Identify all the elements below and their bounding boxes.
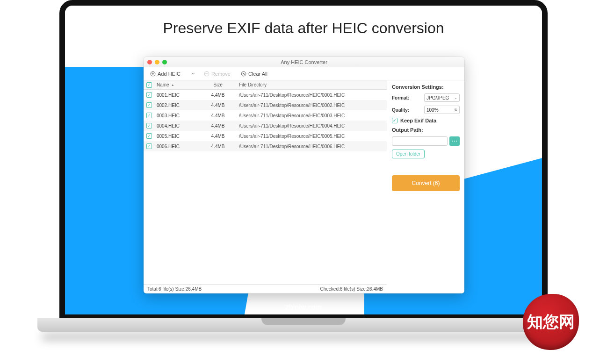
laptop-screen: Preserve EXIF data after HEIC conversion… — [59, 0, 548, 320]
file-directory: /Users/air-711/Desktop/Resource/HEIC/000… — [234, 144, 387, 149]
file-directory: /Users/air-711/Desktop/Resource/HEIC/000… — [234, 134, 387, 139]
chevron-down-icon: ⌄ — [454, 96, 457, 100]
quality-select[interactable]: 100% ⇅ — [424, 106, 460, 114]
row-checkbox[interactable]: ✓ — [146, 133, 152, 139]
output-path-input[interactable] — [392, 136, 448, 146]
file-size: 4.4MB — [202, 144, 234, 149]
file-directory: /Users/air-711/Desktop/Resource/HEIC/000… — [234, 103, 387, 108]
table-row[interactable]: ✓0005.HEIC4.4MB/Users/air-711/Desktop/Re… — [144, 131, 387, 141]
remove-button: Remove — [201, 70, 233, 78]
table-row[interactable]: ✓0006.HEIC4.4MB/Users/air-711/Desktop/Re… — [144, 141, 387, 151]
row-checkbox[interactable]: ✓ — [146, 123, 152, 128]
file-panel: ✓ Name ▲ Size File Directory ✓0001.HEIC4… — [144, 80, 387, 293]
file-name: 0005.HEIC — [155, 134, 202, 139]
row-checkbox[interactable]: ✓ — [146, 143, 152, 149]
clear-all-button[interactable]: Clear All — [238, 70, 270, 78]
window-title: Any HEIC Converter — [144, 59, 464, 65]
keep-exif-checkbox[interactable]: ✓ — [392, 118, 397, 123]
file-name: 0006.HEIC — [155, 144, 202, 149]
column-name[interactable]: Name ▲ — [155, 82, 202, 87]
watermark-logo: 知您网 — [523, 294, 579, 350]
x-circle-icon — [241, 71, 246, 77]
open-folder-button[interactable]: Open folder — [392, 150, 425, 158]
browse-button[interactable]: ⋯ — [449, 136, 460, 146]
file-size: 4.4MB — [202, 103, 234, 108]
plus-circle-icon — [150, 71, 156, 77]
file-size: 4.4MB — [202, 123, 234, 128]
add-heic-button[interactable]: Add HEIC — [147, 70, 183, 78]
status-total: Total:6 file(s) Size:26.4MB — [147, 286, 202, 292]
table-row[interactable]: ✓0002.HEIC4.4MB/Users/air-711/Desktop/Re… — [144, 100, 387, 110]
add-heic-label: Add HEIC — [158, 71, 181, 77]
ellipsis-icon: ⋯ — [452, 138, 457, 144]
file-size: 4.4MB — [202, 113, 234, 118]
select-all-checkbox[interactable]: ✓ — [146, 82, 152, 88]
file-name: 0002.HEIC — [155, 103, 202, 108]
quality-row: Quality: 100% ⇅ — [392, 106, 460, 114]
settings-title: Conversion Settings: — [392, 84, 460, 90]
output-path-row: ⋯ — [392, 136, 460, 146]
table-body: ✓0001.HEIC4.4MB/Users/air-711/Desktop/Re… — [144, 90, 387, 284]
remove-label: Remove — [211, 71, 231, 77]
stepper-icon: ⇅ — [454, 108, 457, 112]
table-row[interactable]: ✓0001.HEIC4.4MB/Users/air-711/Desktop/Re… — [144, 90, 387, 100]
file-size: 4.4MB — [202, 134, 234, 139]
sort-caret-icon: ▲ — [171, 83, 174, 86]
format-label: Format: — [392, 95, 409, 100]
column-directory[interactable]: File Directory — [234, 82, 387, 87]
toolbar: Add HEIC Remove Clear All — [144, 67, 464, 80]
format-row: Format: JPG/JPEG ⌄ — [392, 93, 460, 102]
file-directory: /Users/air-711/Desktop/Resource/HEIC/000… — [234, 123, 387, 128]
column-size[interactable]: Size — [202, 82, 234, 87]
content-split: ✓ Name ▲ Size File Directory ✓0001.HEIC4… — [144, 80, 464, 293]
minus-circle-icon — [204, 71, 210, 77]
add-heic-dropdown[interactable] — [190, 71, 196, 77]
status-checked: Checked:6 file(s) Size:26.4MB — [320, 286, 383, 292]
status-bar: Total:6 file(s) Size:26.4MB Checked:6 fi… — [144, 284, 387, 293]
row-checkbox[interactable]: ✓ — [146, 113, 152, 118]
row-checkbox[interactable]: ✓ — [146, 102, 152, 108]
row-checkbox[interactable]: ✓ — [146, 92, 152, 98]
page-headline: Preserve EXIF data after HEIC conversion — [65, 20, 542, 37]
file-name: 0001.HEIC — [155, 93, 202, 98]
file-size: 4.4MB — [202, 93, 234, 98]
output-path-label: Output Path: — [392, 127, 460, 133]
file-directory: /Users/air-711/Desktop/Resource/HEIC/000… — [234, 93, 387, 98]
format-select[interactable]: JPG/JPEG ⌄ — [424, 93, 460, 102]
quality-label: Quality: — [392, 107, 409, 113]
file-directory: /Users/air-711/Desktop/Resource/HEIC/000… — [234, 113, 387, 118]
window-titlebar: Any HEIC Converter — [144, 57, 464, 67]
watermark-text: 知您网 — [527, 311, 575, 333]
clear-all-label: Clear All — [248, 71, 267, 77]
convert-button[interactable]: Convert (6) — [392, 175, 460, 191]
file-name: 0003.HEIC — [155, 113, 202, 118]
screen-background: Preserve EXIF data after HEIC conversion… — [65, 6, 542, 314]
keep-exif-row: ✓ Keep Exif Data — [392, 118, 460, 123]
caption-text: zhiniw.com — [65, 303, 542, 312]
quality-value: 100% — [426, 107, 439, 113]
file-name: 0004.HEIC — [155, 123, 202, 128]
table-row[interactable]: ✓0003.HEIC4.4MB/Users/air-711/Desktop/Re… — [144, 110, 387, 121]
format-value: JPG/JPEG — [426, 95, 449, 100]
table-header: ✓ Name ▲ Size File Directory — [144, 80, 387, 90]
settings-panel: Conversion Settings: Format: JPG/JPEG ⌄ … — [387, 80, 464, 293]
laptop-notch — [261, 318, 346, 325]
table-row[interactable]: ✓0004.HEIC4.4MB/Users/air-711/Desktop/Re… — [144, 121, 387, 131]
app-window: Any HEIC Converter Add HEIC Remo — [144, 57, 464, 293]
keep-exif-label: Keep Exif Data — [400, 118, 436, 123]
